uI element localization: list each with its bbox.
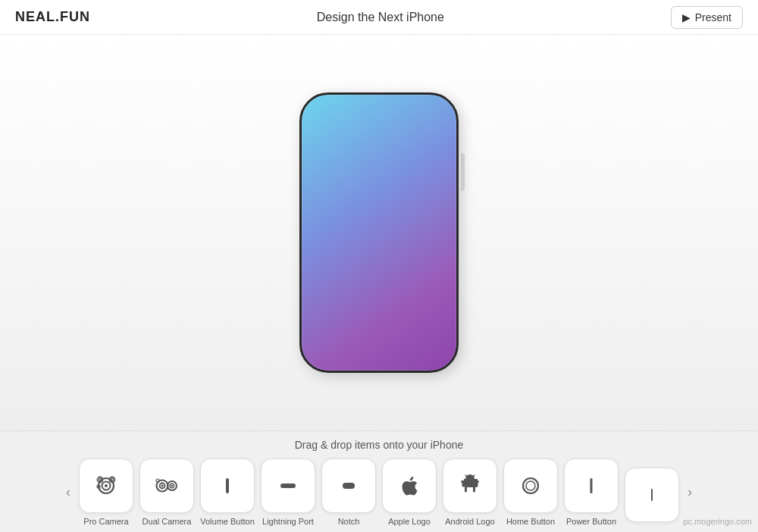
home-button-icon <box>515 471 546 501</box>
item-dual-camera[interactable]: Dual Camera <box>139 458 194 526</box>
extra-icon-box[interactable] <box>625 468 679 522</box>
dual-camera-icon-box[interactable] <box>139 458 194 513</box>
watermark: pc.mogeringo.com <box>684 517 753 526</box>
svg-point-2 <box>105 484 108 487</box>
svg-point-10 <box>161 485 164 487</box>
svg-line-20 <box>473 475 475 477</box>
power-button-icon-box[interactable] <box>564 458 619 513</box>
svg-line-19 <box>465 475 467 477</box>
carousel-prev-button[interactable]: ‹ <box>58 482 79 503</box>
pro-camera-icon <box>91 471 121 501</box>
item-lightning-port[interactable]: Lightning Port <box>261 458 315 526</box>
app-header: NEAL.FUN Design the Next iPhone ▶ Presen… <box>0 0 758 35</box>
apple-logo-icon <box>394 471 424 501</box>
drag-hint: Drag & drop items onto your iPhone <box>0 439 758 451</box>
android-logo-icon-box[interactable] <box>443 458 497 513</box>
design-canvas <box>0 35 758 430</box>
pro-camera-label: Pro Camera <box>83 517 128 526</box>
dual-camera-icon <box>152 471 182 501</box>
svg-point-22 <box>526 481 535 490</box>
apple-logo-label: Apple Logo <box>388 517 431 526</box>
volume-button-icon-box[interactable] <box>200 458 255 513</box>
notch-icon <box>334 471 364 501</box>
phone-body[interactable] <box>299 92 459 373</box>
lightning-port-icon <box>273 471 303 501</box>
play-icon: ▶ <box>682 11 691 23</box>
volume-button-icon <box>212 471 243 501</box>
lightning-port-label: Lightning Port <box>262 517 314 526</box>
bottom-toolbar: Drag & drop items onto your iPhone ‹ <box>0 430 758 532</box>
android-logo-icon <box>455 471 485 501</box>
item-home-button[interactable]: Home Button <box>503 458 558 526</box>
svg-point-21 <box>523 478 538 493</box>
carousel-next-button[interactable]: › <box>679 482 700 503</box>
svg-point-13 <box>171 485 173 487</box>
page-title: Design the Next iPhone <box>317 11 444 24</box>
item-apple-logo[interactable]: Apple Logo <box>382 458 437 526</box>
svg-rect-24 <box>651 489 653 501</box>
logo: NEAL.FUN <box>15 9 90 25</box>
svg-rect-16 <box>280 483 296 488</box>
power-button-label: Power Button <box>566 517 616 526</box>
svg-point-4 <box>99 479 102 481</box>
svg-point-6 <box>111 479 114 481</box>
item-volume-button[interactable]: Volume Button <box>200 458 255 526</box>
side-button <box>461 153 465 191</box>
pro-camera-icon-box[interactable] <box>79 458 133 513</box>
apple-logo-icon-box[interactable] <box>382 458 437 513</box>
home-button-label: Home Button <box>506 517 555 526</box>
notch-label: Notch <box>338 517 360 526</box>
home-button-icon-box[interactable] <box>503 458 558 513</box>
item-extra[interactable] <box>625 468 679 526</box>
present-label: Present <box>695 11 731 23</box>
dual-camera-label: Dual Camera <box>143 517 192 526</box>
extra-icon <box>637 480 667 510</box>
svg-rect-15 <box>226 478 229 493</box>
items-row-wrapper: ‹ Pro Camera <box>0 458 758 526</box>
items-row: Pro Camera Dual Camera <box>79 458 679 526</box>
svg-rect-17 <box>343 483 355 489</box>
item-power-button[interactable]: Power Button <box>564 458 619 526</box>
volume-button-label: Volume Button <box>200 517 255 526</box>
phone-container[interactable] <box>299 92 459 373</box>
item-pro-camera[interactable]: Pro Camera <box>79 458 133 526</box>
android-logo-label: Android Logo <box>445 517 494 526</box>
lightning-port-icon-box[interactable] <box>261 458 315 513</box>
item-notch[interactable]: Notch <box>321 458 376 526</box>
notch-icon-box[interactable] <box>321 458 376 513</box>
item-android-logo[interactable]: Android Logo <box>443 458 497 526</box>
power-button-icon <box>576 471 606 501</box>
svg-rect-23 <box>590 478 593 493</box>
present-button[interactable]: ▶ Present <box>671 6 743 29</box>
